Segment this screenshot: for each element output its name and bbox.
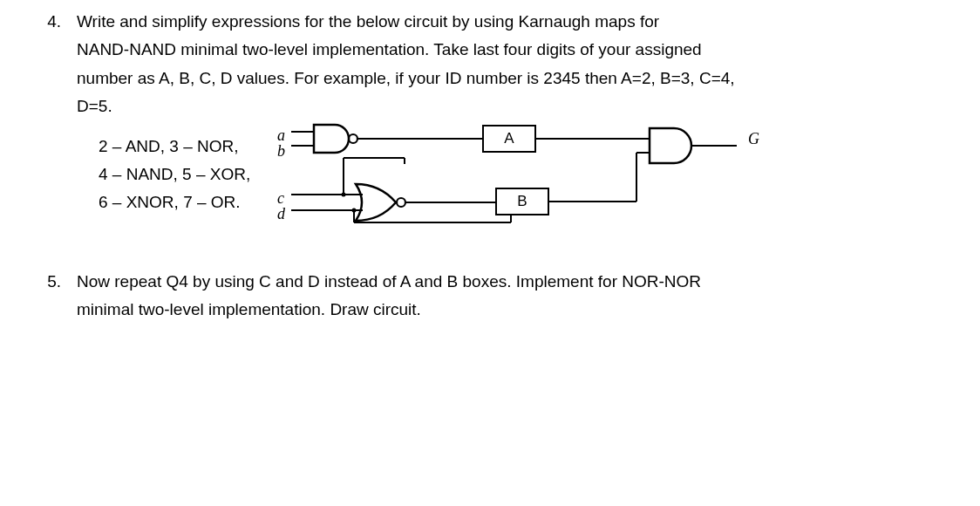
legend-line2: 4 – NAND, 5 – XOR, (99, 161, 277, 188)
q4-text: Write and simplify expressions for the b… (77, 9, 936, 120)
circuit-diagram: a b c d (277, 125, 936, 238)
q5-number: 5. (44, 269, 77, 325)
box-a: A (482, 125, 536, 153)
q5-line1: Now repeat Q4 by using C and D instead o… (77, 269, 936, 295)
q4-line3: number as A, B, C, D values. For example… (77, 65, 936, 92)
svg-point-6 (397, 198, 405, 207)
output-g-label: G (748, 126, 759, 152)
and-gate-output (536, 125, 763, 221)
q4-line1: Write and simplify expressions for the b… (77, 9, 936, 35)
question-4: 4. Write and simplify expressions for th… (44, 9, 936, 238)
input-b-label: b (277, 139, 285, 164)
q4-number: 4. (44, 9, 77, 238)
input-d-label: d (277, 202, 285, 227)
q5-text: Now repeat Q4 by using C and D instead o… (77, 269, 936, 324)
q4-line2: NAND-NAND minimal two-level implementati… (77, 37, 936, 63)
wire-to-box-b (482, 202, 496, 205)
box-b-label: B (517, 189, 527, 213)
box-a-label: A (504, 126, 514, 150)
legend-line1: 2 – AND, 3 – NOR, (99, 133, 277, 160)
q4-line4: D=5. (77, 93, 936, 120)
q5-line2: minimal two-level implementation. Draw c… (77, 297, 936, 323)
legend-line3: 6 – XNOR, 7 – OR. (99, 189, 277, 215)
q4-inner: 2 – AND, 3 – NOR, 4 – NAND, 5 – XOR, 6 –… (77, 125, 936, 238)
q5-body: Now repeat Q4 by using C and D instead o… (77, 269, 936, 325)
gate-legend: 2 – AND, 3 – NOR, 4 – NAND, 5 – XOR, 6 –… (77, 125, 277, 218)
question-5: 5. Now repeat Q4 by using C and D instea… (44, 269, 936, 325)
q4-body: Write and simplify expressions for the b… (77, 9, 936, 238)
wire-to-box-a (405, 125, 483, 164)
